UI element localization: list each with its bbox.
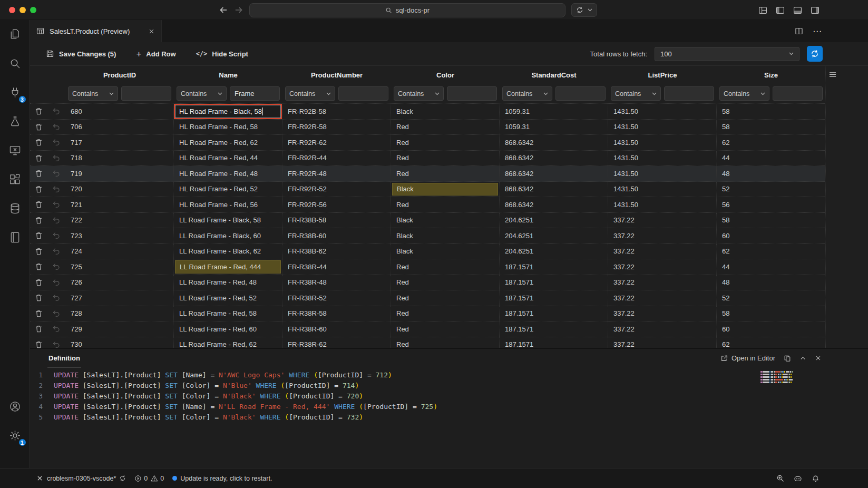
problems-indicator[interactable]: 0 0 [130,469,168,488]
filter-input-standardcost[interactable] [555,86,606,101]
filter-operator-dropdown-productid[interactable]: Contains [68,86,118,101]
cell-name[interactable]: LL Road Frame - Red, 58 [174,306,282,321]
back-button[interactable] [219,5,228,15]
delete-row-button[interactable] [30,135,47,150]
cell-size[interactable]: 52 [717,290,825,306]
cell-size[interactable]: 58 [717,104,825,119]
cell-standardcost[interactable]: 868.6342 [500,151,608,166]
delete-row-button[interactable] [30,259,47,275]
cell-size[interactable]: 52 [717,182,825,197]
revert-row-button[interactable] [47,213,65,228]
delete-row-button[interactable] [30,182,47,197]
column-header-name[interactable]: Name [174,66,282,84]
cell-productnumber[interactable]: FR-R92R-58 [282,120,391,135]
cell-name[interactable]: HL Road Frame - Red, 48 [174,166,282,181]
minimize-window-button[interactable] [19,7,26,13]
column-header-listprice[interactable]: ListPrice [608,66,717,84]
delete-row-button[interactable] [30,306,47,321]
cell-color[interactable]: Red [391,275,500,290]
cell-size[interactable]: 62 [717,337,825,349]
cell-standardcost[interactable]: 204.6251 [500,228,608,243]
sidebar-item-explorer[interactable] [0,20,30,49]
table-row-718[interactable]: 718HL Road Frame - Red, 44FR-R92R-44Red8… [30,151,868,167]
cell-listprice[interactable]: 1431.50 [608,151,717,166]
cell-listprice[interactable]: 337.22 [608,337,717,349]
cell-edit-input[interactable]: HL Road Frame - Black, 58 [174,104,282,119]
filter-operator-dropdown-listprice[interactable]: Contains [611,86,661,101]
cell-size[interactable]: 58 [717,120,825,135]
table-row-726[interactable]: 726LL Road Frame - Red, 48FR-R38R-48Red1… [30,275,868,291]
close-tab-icon[interactable] [148,28,155,35]
filter-operator-dropdown-standardcost[interactable]: Contains [502,86,552,101]
revert-row-button[interactable] [47,166,65,181]
column-header-productnumber[interactable]: ProductNumber [282,66,391,84]
cell-standardcost[interactable]: 187.1571 [500,290,608,306]
sidebar-item-settings[interactable]: 1 [0,421,30,450]
cell-productid[interactable]: 680 [65,104,174,119]
filter-operator-dropdown-productnumber[interactable]: Contains [285,86,335,101]
filter-input-name[interactable] [230,86,280,101]
cell-size[interactable]: 60 [717,228,825,243]
delete-row-button[interactable] [30,337,47,349]
cell-standardcost[interactable]: 868.6342 [500,197,608,212]
cell-standardcost[interactable]: 868.6342 [500,166,608,181]
column-header-size[interactable]: Size [717,66,825,84]
cell-name[interactable]: LL Road Frame - Red, 48 [174,275,282,290]
forward-button[interactable] [234,5,243,15]
column-header-color[interactable]: Color [391,66,500,84]
cell-productid[interactable]: 724 [65,244,174,259]
revert-row-button[interactable] [47,104,65,119]
cell-listprice[interactable]: 1431.50 [608,120,717,135]
cell-color[interactable]: Red [391,259,500,275]
cell-standardcost[interactable]: 1059.31 [500,120,608,135]
revert-row-button[interactable] [47,306,65,321]
sidebar-item-tests[interactable] [0,107,30,136]
cell-productnumber[interactable]: FR-R92B-58 [282,104,391,119]
cell-size[interactable]: 48 [717,166,825,181]
cell-color[interactable]: Red [391,135,500,150]
cell-productid[interactable]: 722 [65,213,174,228]
cell-productid[interactable]: 718 [65,151,174,166]
cell-standardcost[interactable]: 187.1571 [500,275,608,290]
table-row-725[interactable]: 725LL Road Frame - Red, 444FR-R38R-44Red… [30,259,868,275]
copy-icon[interactable] [784,355,791,362]
sidebar-item-remote-disconnect[interactable] [0,136,30,165]
cell-name[interactable]: HL Road Frame - Red, 56 [174,197,282,212]
cell-listprice[interactable]: 1431.50 [608,135,717,150]
add-row-button[interactable]: + Add Row [136,50,175,58]
cell-name[interactable]: LL Road Frame - Black, 58 [174,213,282,228]
table-row-728[interactable]: 728LL Road Frame - Red, 58FR-R38R-58Red1… [30,306,868,322]
cell-size[interactable]: 58 [717,306,825,321]
table-row-717[interactable]: 717HL Road Frame - Red, 62FR-R92R-62Red8… [30,135,868,151]
filter-input-color[interactable] [447,86,497,101]
cell-size[interactable]: 60 [717,321,825,337]
cell-productid[interactable]: 719 [65,166,174,181]
copilot-icon[interactable] [794,474,802,483]
table-row-680[interactable]: 680HL Road Frame - Black, 58FR-R92B-58Bl… [30,104,868,120]
cell-listprice[interactable]: 337.22 [608,275,717,290]
cell-standardcost[interactable]: 187.1571 [500,306,608,321]
cell-productnumber[interactable]: FR-R92R-44 [282,151,391,166]
cell-listprice[interactable]: 1431.50 [608,104,717,119]
cell-standardcost[interactable]: 187.1571 [500,259,608,275]
delete-row-button[interactable] [30,213,47,228]
sidebar-item-search[interactable] [0,49,30,78]
revert-row-button[interactable] [47,135,65,150]
cell-color[interactable]: Red [391,290,500,306]
cell-listprice[interactable]: 337.22 [608,321,717,337]
cell-name[interactable]: LL Road Frame - Red, 52 [174,290,282,306]
cell-color[interactable]: Red [391,337,500,349]
filter-operator-dropdown-color[interactable]: Contains [394,86,444,101]
table-row-723[interactable]: 723LL Road Frame - Black, 60FR-R38B-60Bl… [30,228,868,244]
update-indicator[interactable]: Update is ready, click to restart. [168,469,276,488]
close-panel-icon[interactable] [815,355,822,362]
bell-icon[interactable] [812,474,820,482]
column-menu-icon[interactable] [828,71,837,78]
revert-row-button[interactable] [47,259,65,275]
revert-row-button[interactable] [47,244,65,259]
revert-row-button[interactable] [47,290,65,306]
split-editor-icon[interactable] [795,27,803,35]
cell-name[interactable]: LL Road Frame - Black, 62 [174,244,282,259]
cell-name[interactable]: LL Road Frame - Red, 444 [174,259,282,275]
cell-productnumber[interactable]: FR-R38R-44 [282,259,391,275]
